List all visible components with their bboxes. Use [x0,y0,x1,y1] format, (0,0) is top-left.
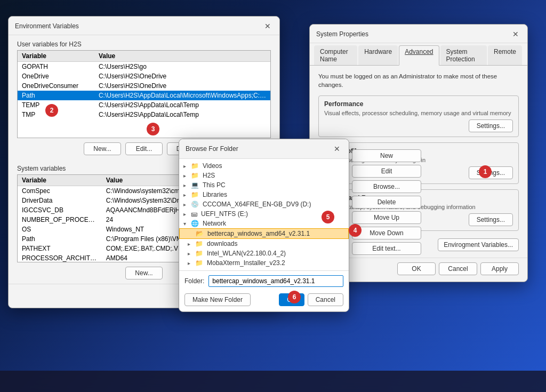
annotation-badge-4: 4 [349,224,362,237]
tree-item-label: bettercap_windows_amd64_v2.31.1 [207,230,310,237]
user-vars-new-btn[interactable]: New... [84,142,121,155]
system-props-info: You must be logged on as an Administrato… [318,72,519,89]
performance-settings-btn[interactable]: Settings... [469,119,513,132]
folder-icon: 📁 [195,240,203,247]
folder-icon: 📁 [195,259,203,267]
annotation-badge-6: 6 [288,291,301,303]
user-var-row[interactable]: PathC:\Users\H2S\AppData\Local\Microsoft… [18,91,270,100]
edit-path-edit-btn[interactable]: Edit [352,165,421,178]
chevron-icon: ▾ [183,221,189,227]
chevron-icon: ▸ [183,211,189,217]
edit-path-moveup-btn[interactable]: Move Up [352,211,421,224]
tab-computer-name[interactable]: Computer Name [314,45,357,65]
edit-path-browse-btn[interactable]: Browse... [352,180,421,193]
env-vars-titlebar: Environment Variables ✕ [9,17,279,35]
performance-section: Performance Visual effects, processor sc… [318,95,519,137]
folder-icon: 📂 [196,230,204,237]
user-var-row[interactable]: GOPATHC:\Users\H2S\go [18,62,270,72]
tab-remote[interactable]: Remote [488,45,522,65]
chevron-icon: ▸ [188,251,193,257]
browse-folder-title: Browse For Folder [186,145,238,153]
performance-desc: Visual effects, processor scheduling, me… [324,110,513,116]
browse-cancel-btn[interactable]: Cancel [308,293,343,306]
user-var-row[interactable]: OneDriveC:\Users\H2S\OneDrive [18,71,270,81]
startup-settings-btn[interactable]: Settings... [469,213,513,226]
edit-path-movedown-btn[interactable]: Move Down [352,227,421,239]
tree-item-label: Intel_WLAN(v22.180.0.4_2) [207,250,286,257]
user-vars-table-container: Variable Value GOPATHC:\Users\H2S\goOneD… [17,50,271,138]
tab-hardware[interactable]: Hardware [358,45,398,65]
annotation-badge-3: 3 [147,123,159,135]
tree-item-label: MobaXterm_Installer_v23.2 [207,259,285,267]
system-props-apply[interactable]: Apply [480,262,519,275]
edit-path-delete-btn[interactable]: Delete [352,196,421,209]
make-new-folder-btn[interactable]: Make New Folder [184,293,251,306]
edit-path-panel: New Edit Browse... Delete Move Up Move D… [352,149,421,255]
folder-icon: 📁 [195,250,203,257]
browse-folder-dialog: Browse For Folder ✕ ▸📁Videos▸📁H2S▸💻This … [179,139,349,312]
system-props-cancel[interactable]: Cancel [439,262,477,275]
chevron-icon: ▸ [183,192,189,198]
user-vars-section-title: User variables for H2S [17,41,271,48]
chevron-icon: ▸ [183,182,189,188]
tree-item-label: Network [203,220,226,227]
tree-item[interactable]: ▸💻This PC [179,180,349,190]
chevron-icon: ▸ [188,241,193,247]
tree-item[interactable]: ▸📁Intel_WLAN(v22.180.0.4_2) [179,249,349,258]
annotation-badge-2: 2 [45,104,58,117]
folder-label: Folder: [184,277,204,285]
annotation-badge-1: 1 [479,165,492,178]
annotation-badge-5: 5 [322,211,334,223]
user-vars-edit-btn[interactable]: Edit... [125,142,163,155]
tree-item[interactable]: ▸📁H2S [179,171,349,180]
folder-icon: 💻 [191,181,199,189]
browse-folder-titlebar: Browse For Folder ✕ [179,139,349,159]
chevron-icon: ▸ [183,163,189,169]
tree-item-label: CCCOMA_X64FRE_EN-GB_DV9 (D:) [203,201,311,208]
system-vars-col-variable: Variable [18,175,102,186]
folder-icon: 🌐 [191,220,199,227]
system-props-title: System Properties [316,30,368,38]
tree-item[interactable]: ▸📁downloads [179,239,349,249]
folder-input-row: Folder: [179,271,349,290]
user-vars-col-value: Value [94,51,270,62]
folder-icon: 💿 [191,201,199,208]
tree-item[interactable]: ▸📁Videos [179,161,349,171]
chevron-icon: ▸ [188,260,193,266]
tree-item-label: UEFI_NTFS (E:) [201,210,248,218]
tree-item[interactable]: ▸📁Libraries [179,190,349,199]
env-vars-title: Environment Variables [15,22,79,30]
tree-item-label: This PC [203,181,226,189]
system-props-close[interactable]: ✕ [510,29,521,39]
env-vars-btn[interactable]: Envirogment Variables... [438,238,519,251]
env-vars-close[interactable]: ✕ [262,21,273,31]
folder-icon: 📁 [191,172,199,179]
user-vars-col-variable: Variable [18,51,94,62]
browse-folder-close[interactable]: ✕ [332,143,342,154]
tree-item[interactable]: ▸💿CCCOMA_X64FRE_EN-GB_DV9 (D:) [179,199,349,209]
folder-icon: 📁 [191,191,199,198]
tab-advanced[interactable]: Advanced [399,45,439,66]
tree-item-label: H2S [203,172,215,179]
tree-item-label: downloads [207,240,237,247]
tree-item[interactable]: ▸📁MobaXterm_Installer_v23.2 [179,258,349,268]
taskbar [0,371,546,392]
chevron-icon: ▸ [183,202,189,207]
tree-item-label: Libraries [203,191,227,198]
system-props-titlebar: System Properties ✕ [310,25,527,43]
folder-input[interactable] [208,275,343,287]
system-vars-new-btn[interactable]: New... [125,267,163,279]
edit-path-edittext-btn[interactable]: Edit text... [352,242,421,255]
edit-path-new-btn[interactable]: New [352,149,421,162]
folder-icon: 📁 [191,162,199,170]
browse-buttons-row: Make New Folder OK Cancel [179,290,349,311]
performance-label: Performance [324,100,513,108]
system-props-tabs: Computer Name Hardware Advanced System P… [310,43,527,66]
tab-system-protection[interactable]: System Protection [440,45,487,65]
folder-icon: 🖴 [191,210,197,218]
chevron-icon: ▸ [183,173,189,179]
system-props-ok[interactable]: OK [397,262,436,275]
tree-item[interactable]: 📂bettercap_windows_amd64_v2.31.1 [179,228,349,239]
tree-item-label: Videos [203,162,222,170]
user-var-row[interactable]: OneDriveConsumerC:\Users\H2S\OneDrive [18,81,270,91]
